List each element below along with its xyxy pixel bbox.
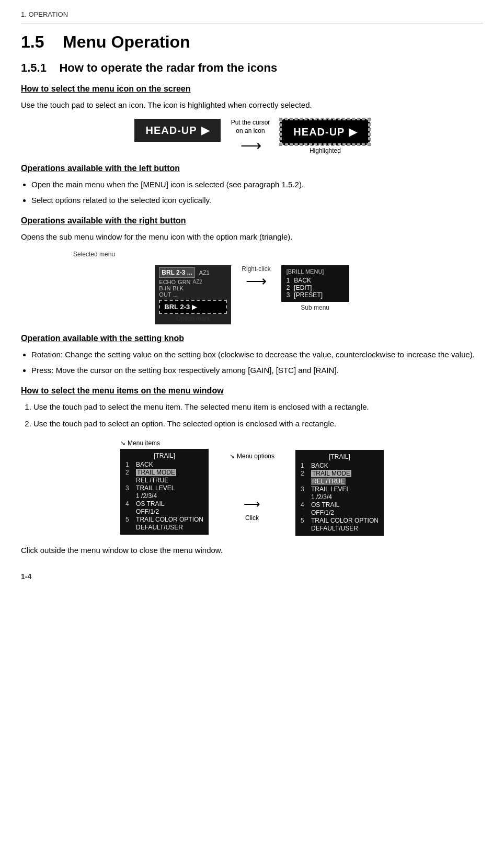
normal-icon: HEAD-UP ▶ bbox=[134, 119, 221, 142]
subsection-title-text: How to operate the radar from the icons bbox=[59, 61, 277, 74]
trail-row-9: DEFAULT/USER bbox=[125, 524, 203, 531]
menu-options-label-row: ↘ Menu options bbox=[230, 453, 274, 460]
breadcrumb: 1. OPERATION bbox=[21, 10, 483, 18]
brl-selected-icon: BRL 2-3 ▶ bbox=[159, 300, 227, 314]
trail-left-col: ↘ Menu items [TRAIL] 1BACK 2TRAIL MODE R… bbox=[120, 439, 209, 535]
section-title-text: Menu Operation bbox=[63, 32, 190, 51]
rtrail-row-3: REL /TRUE bbox=[301, 478, 379, 485]
trail-right-col: [TRAIL] 1BACK 2TRAIL MODE REL /TRUE 3TRA… bbox=[295, 438, 384, 536]
right-arrow: ⟶ bbox=[246, 273, 267, 290]
highlighted-label: Highlighted bbox=[310, 147, 341, 154]
how-to-select-heading: How to select the menu icon on the scree… bbox=[21, 84, 483, 94]
trail-row-7: OFF/1/2 bbox=[125, 508, 203, 515]
subsection-number: 1.5.1 bbox=[21, 61, 47, 74]
normal-icon-wrapper: HEAD-UP ▶ bbox=[134, 119, 221, 142]
trail-demo: ↘ Menu items [TRAIL] 1BACK 2TRAIL MODE R… bbox=[21, 438, 483, 536]
brl-label-top: BRL 2-3 ... bbox=[159, 267, 194, 278]
trail-box-left: [TRAIL] 1BACK 2TRAIL MODE REL /TRUE 3TRA… bbox=[120, 449, 209, 535]
click-label: Click bbox=[245, 514, 259, 522]
trail-row-5: 1 /2/3/4 bbox=[125, 492, 203, 500]
brl-arrow: ▶ bbox=[192, 303, 197, 311]
page-number: 1-4 bbox=[21, 572, 483, 581]
brl-selected-label: BRL 2-3 bbox=[164, 303, 190, 311]
rtrail-row-1: 1BACK bbox=[301, 462, 379, 469]
icon-demo-section: HEAD-UP ▶ Put the cursor on an icon ⟶ HE… bbox=[21, 119, 483, 154]
menu-step-1: Use the touch pad to select the menu ite… bbox=[33, 401, 483, 413]
sub-menu-item-1: 1 BACK bbox=[287, 277, 344, 284]
cursor-label-line2: on an icon bbox=[236, 127, 265, 134]
item2-num: 2 bbox=[287, 284, 290, 291]
menu-options-arrow: ↘ bbox=[230, 453, 235, 460]
trail-row-1: 1BACK bbox=[125, 461, 203, 468]
arrow-icon: ▶ bbox=[201, 124, 209, 137]
cursor-annotation: Put the cursor on an icon ⟶ bbox=[231, 119, 270, 154]
trail-row-6: 4OS TRAIL bbox=[125, 500, 203, 507]
sub-menu-col: [BRILL MENU] 1 BACK 2 [EDIT] 3 [PRESET] … bbox=[281, 265, 349, 311]
long-arrow-right: ⟶ bbox=[240, 137, 260, 154]
item1-num: 1 bbox=[287, 277, 290, 284]
subsection-title: 1.5.1 How to operate the radar from the … bbox=[21, 61, 483, 75]
right-button-body: Opens the sub menu window for the menu i… bbox=[21, 231, 483, 243]
trail-row-8: 5TRAIL COLOR OPTION bbox=[125, 516, 203, 523]
menu-row2: ECHO GRN AZ2 bbox=[159, 279, 227, 285]
menu-items-label-row: ↘ Menu items bbox=[120, 439, 160, 447]
item3-num: 3 bbox=[287, 291, 290, 299]
trail-title-left: [TRAIL] bbox=[125, 452, 203, 459]
head-up-highlighted-label: HEAD-UP bbox=[293, 126, 345, 138]
setting-knob-heading: Operation available with the setting kno… bbox=[21, 334, 483, 343]
sub-menu-label: Sub menu bbox=[301, 304, 329, 311]
section-title: 1.5 Menu Operation bbox=[21, 32, 483, 52]
option-mark-label: Option mark bbox=[159, 315, 227, 322]
left-button-item-2: Select options related to the selected i… bbox=[31, 194, 483, 207]
menu-icon-group: BRL 2-3 ... AZ1 ECHO GRN AZ2 B-IN BLK OU… bbox=[155, 265, 231, 324]
trail-row-3: REL /TRUE bbox=[125, 477, 203, 484]
rtrail-row-7: OFF/1/2 bbox=[301, 509, 379, 516]
knob-item-2: Press: Move the cursor on the setting bo… bbox=[31, 364, 483, 377]
menu-row4: OUT ... bbox=[159, 291, 227, 298]
highlighted-icon-wrapper: HEAD-UP ▶ Highlighted bbox=[280, 119, 370, 154]
menu-items-heading: How to select the menu items on the menu… bbox=[21, 386, 483, 396]
menu-demo: BRL 2-3 ... AZ1 ECHO GRN AZ2 B-IN BLK OU… bbox=[21, 265, 483, 324]
cursor-label: Put the cursor on an icon bbox=[231, 119, 270, 135]
trail-row-4: 3TRAIL LEVEL bbox=[125, 484, 203, 492]
sub-menu-box: [BRILL MENU] 1 BACK 2 [EDIT] 3 [PRESET] bbox=[281, 265, 349, 302]
click-arrow: ⟶ bbox=[244, 498, 260, 511]
right-click-label: Right-click bbox=[242, 265, 270, 273]
rtrail-row-2: 2TRAIL MODE bbox=[301, 470, 379, 477]
arrow-highlighted-icon: ▶ bbox=[349, 126, 357, 138]
menu-items-steps: Use the touch pad to select the menu ite… bbox=[33, 401, 483, 430]
item1-label: BACK bbox=[294, 277, 311, 284]
rtrail-row-9: DEFAULT/USER bbox=[301, 525, 379, 532]
brill-menu-title: [BRILL MENU] bbox=[287, 268, 344, 275]
close-note: Click outside the menu window to close t… bbox=[21, 544, 483, 557]
icon-demo-row: HEAD-UP ▶ Put the cursor on an icon ⟶ HE… bbox=[21, 119, 483, 154]
highlighted-icon: HEAD-UP ▶ bbox=[280, 119, 370, 145]
menu-items-arrow: ↘ bbox=[120, 439, 125, 447]
sub-menu-item-2: 2 [EDIT] bbox=[287, 284, 344, 291]
item3-label: [PRESET] bbox=[294, 291, 323, 299]
head-up-label: HEAD-UP bbox=[146, 125, 197, 137]
left-button-list: Open the main menu when the [MENU] icon … bbox=[31, 178, 483, 207]
brl-selected-wrapper: BRL 2-3 ▶ Option mark bbox=[159, 300, 227, 322]
setting-knob-list: Rotation: Change the setting value on th… bbox=[31, 348, 483, 377]
section-number: 1.5 bbox=[21, 32, 44, 51]
divider bbox=[21, 24, 483, 24]
left-button-heading: Operations available with the left butto… bbox=[21, 164, 483, 173]
rtrail-row-4: 3TRAIL LEVEL bbox=[301, 486, 379, 493]
cursor-label-line1: Put the cursor bbox=[231, 119, 270, 126]
trail-row-2: 2TRAIL MODE bbox=[125, 469, 203, 476]
right-button-heading: Operations available with the right butt… bbox=[21, 216, 483, 225]
menu-step-2: Use the touch pad to select an option. T… bbox=[33, 417, 483, 430]
menu-row3: B-IN BLK bbox=[159, 285, 227, 291]
knob-item-1: Rotation: Change the setting value on th… bbox=[31, 348, 483, 361]
submenu-demo-section: Selected menu BRL 2-3 ... AZ1 ECHO GRN A… bbox=[21, 251, 483, 324]
item2-label: [EDIT] bbox=[294, 284, 312, 291]
menu-icon-col: BRL 2-3 ... AZ1 ECHO GRN AZ2 B-IN BLK OU… bbox=[155, 265, 231, 324]
rtrail-row-8: 5TRAIL COLOR OPTION bbox=[301, 517, 379, 524]
menu-options-label: Menu options bbox=[237, 453, 274, 460]
trail-middle-col: ↘ Menu options ⟶ Click bbox=[230, 453, 274, 522]
how-to-select-body: Use the touch pad to select an icon. The… bbox=[21, 99, 483, 111]
rtrail-row-6: 4OS TRAIL bbox=[301, 501, 379, 509]
left-button-item-1: Open the main menu when the [MENU] icon … bbox=[31, 178, 483, 191]
az1-label: AZ1 bbox=[199, 269, 210, 276]
